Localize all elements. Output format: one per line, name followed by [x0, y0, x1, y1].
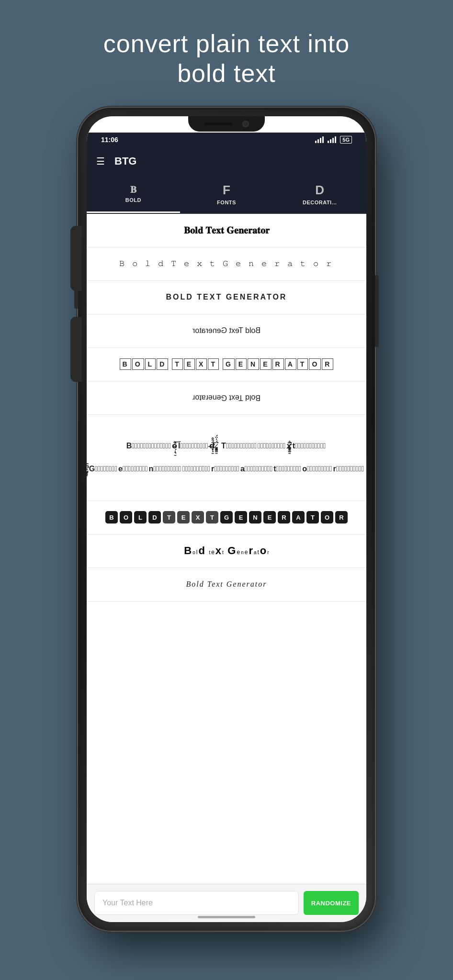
- text-row-5-content: BOLD TEXT GENERATOR: [119, 358, 334, 370]
- phone-notch: [188, 116, 265, 132]
- tab-fonts-label: FONTS: [217, 200, 236, 205]
- notch-camera: [242, 121, 249, 127]
- text-row-1-content: 𝐁𝐨𝐥𝐝 𝐓𝐞𝐱𝐭 𝐆𝐞𝐧𝐞𝐫𝐚𝐭𝐨𝐫: [184, 225, 270, 236]
- text-row-6-content: Bold Text Generator: [193, 393, 260, 402]
- text-row-boxed[interactable]: BOLD TEXT GENERATOR: [87, 348, 366, 381]
- tabs-bar: 𝐁 BOLD F FONTS D DECORATI...: [87, 176, 366, 214]
- hamburger-icon[interactable]: ☰: [96, 156, 105, 167]
- tab-decorati[interactable]: D DECORATI...: [273, 176, 366, 213]
- text-row-uppercase[interactable]: BOLD TEXT GENERATOR: [87, 281, 366, 314]
- text-row-upside-down[interactable]: Bold Text Generator: [87, 381, 366, 415]
- text-row-10-content: Bold Text Generator: [186, 580, 267, 589]
- app-name: BTG: [114, 155, 136, 167]
- phone-mockup: 11:06 5G ☰ BTG: [78, 108, 375, 931]
- signal-bars-1: [315, 136, 324, 143]
- tab-fonts[interactable]: F FONTS: [180, 176, 273, 213]
- tab-decorati-icon: D: [315, 183, 324, 198]
- status-icons: 5G: [315, 136, 352, 144]
- text-row-7-content: B̷̡̛̲̣̤͙̾̈́͗̈́͘o̵̗̩͉̱̓̏̔̏͝l̸̡̛̳͓͙̿̅̄͘d̶̨…: [88, 434, 365, 480]
- text-row-3-content: BOLD TEXT GENERATOR: [166, 293, 287, 301]
- text-row-2-content: 𝙱 𝚘 𝚕 𝚍 𝚃 𝚎 𝚡 𝚝 𝙶 𝚎 𝚗 𝚎 𝚛 𝚊 𝚝 𝚘 𝚛: [119, 259, 334, 268]
- tab-bold-label: BOLD: [125, 197, 141, 203]
- text-row-8-content: BOLD TEXT GENERATOR: [105, 511, 348, 523]
- text-row-4-content: Bold Text Generator: [193, 326, 260, 335]
- content-area[interactable]: 𝐁𝐨𝐥𝐝 𝐓𝐞𝐱𝐭 𝐆𝐞𝐧𝐞𝐫𝐚𝐭𝐨𝐫 𝙱 𝚘 𝚕 𝚍 𝚃 𝚎 𝚡 𝚝 𝙶 𝚎 …: [87, 214, 366, 884]
- app-header: ☰ BTG: [87, 147, 366, 176]
- text-row-zalgo[interactable]: B̷̡̛̲̣̤͙̾̈́͗̈́͘o̵̗̩͉̱̓̏̔̏͝l̸̡̛̳͓͙̿̅̄͘d̶̨…: [87, 415, 366, 501]
- signal-bars-2: [328, 136, 336, 143]
- text-row-italic[interactable]: Bold Text Generator: [87, 568, 366, 601]
- text-row-bold-serif[interactable]: 𝐁𝐨𝐥𝐝 𝐓𝐞𝐱𝐭 𝐆𝐞𝐧𝐞𝐫𝐚𝐭𝐨𝐫: [87, 214, 366, 247]
- page-title: convert plain text into bold text: [103, 29, 350, 89]
- notch-speaker: [204, 122, 233, 125]
- text-row-mirrored[interactable]: Bold Text Generator: [87, 314, 366, 348]
- home-indicator: [198, 916, 255, 918]
- tab-decorati-label: DECORATI...: [303, 200, 337, 205]
- text-row-bubble[interactable]: BOLD TEXT GENERATOR: [87, 501, 366, 535]
- input-placeholder: Your Text Here: [102, 899, 153, 907]
- tab-fonts-icon: F: [223, 183, 230, 198]
- text-row-9-content: Bold text Generator: [184, 545, 269, 557]
- randomize-button[interactable]: RANDOMIZE: [304, 891, 359, 915]
- status-bar: 11:06 5G: [87, 133, 366, 147]
- text-input-field[interactable]: Your Text Here: [94, 891, 299, 915]
- tab-bold[interactable]: 𝐁 BOLD: [87, 176, 180, 213]
- phone-screen: 11:06 5G ☰ BTG: [87, 116, 366, 922]
- battery-icon: 5G: [340, 136, 352, 144]
- text-row-mixed-size[interactable]: Bold text Generator: [87, 535, 366, 568]
- text-row-spaced-serif[interactable]: 𝙱 𝚘 𝚕 𝚍 𝚃 𝚎 𝚡 𝚝 𝙶 𝚎 𝚗 𝚎 𝚛 𝚊 𝚝 𝚘 𝚛: [87, 247, 366, 281]
- tab-bold-icon: 𝐁: [130, 184, 136, 195]
- status-time: 11:06: [101, 136, 118, 144]
